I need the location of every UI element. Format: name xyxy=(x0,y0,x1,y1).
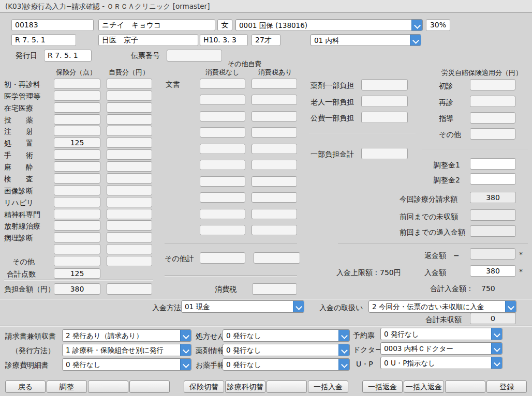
total-deposit-value: 750 xyxy=(481,284,495,293)
tax-free-header: 消費税なし xyxy=(205,68,240,77)
drug-partial-burden-label: 薬剤一部負担 xyxy=(311,81,354,90)
combo-dropdown-button[interactable] xyxy=(180,344,191,356)
prescription-select[interactable]: 0 発行なし xyxy=(223,329,350,342)
combo-dropdown-button[interactable] xyxy=(338,344,349,356)
insurance-switch-button[interactable]: 保険切替 xyxy=(184,380,224,393)
category-self-field xyxy=(107,185,152,195)
other-self-tax-incl-field xyxy=(252,176,297,187)
issue-date-input[interactable]: R 7. 5. 1 xyxy=(44,50,92,62)
category-self-field xyxy=(107,220,152,231)
register-button[interactable]: 登録 xyxy=(486,380,527,393)
category-self-field xyxy=(107,102,152,113)
blank-button[interactable] xyxy=(88,380,128,393)
category-self-field xyxy=(107,256,152,266)
medicine-notebook-select[interactable]: 0 発行なし xyxy=(223,358,350,371)
back-button[interactable]: 戻る xyxy=(5,380,46,393)
rosai-header: 労災自賠保険適用分（円） xyxy=(441,68,522,78)
chevron-down-icon xyxy=(414,22,421,29)
other-self-tax-incl-field xyxy=(252,209,297,219)
other-self-tax-incl-field xyxy=(252,192,297,203)
payment-method-select[interactable]: 01 現金 xyxy=(181,300,304,313)
divider xyxy=(338,243,528,243)
combo-dropdown-button[interactable] xyxy=(338,330,349,341)
combo-dropdown-button[interactable] xyxy=(293,301,304,312)
drug-partial-burden-field xyxy=(361,79,408,90)
blank-button[interactable] xyxy=(267,380,307,393)
doctor-select[interactable]: 0003 内科Ｃドクター xyxy=(380,342,503,355)
invoice-receipt-label: 請求書兼領収書 xyxy=(5,332,56,341)
adjust-button[interactable]: 調整 xyxy=(47,380,87,393)
rosai-guidance-label: 指導 xyxy=(439,114,453,124)
combo-dropdown-button[interactable] xyxy=(505,301,516,312)
adjustment1-label: 調整金1 xyxy=(434,161,460,170)
slip-number-input[interactable] xyxy=(167,50,222,62)
combo-dropdown-button[interactable] xyxy=(491,357,502,369)
other-self-tax-free-field xyxy=(200,225,245,235)
divider xyxy=(422,149,528,149)
combo-dropdown-button[interactable] xyxy=(180,359,191,370)
category-ins-field xyxy=(54,102,100,113)
chevron-down-icon xyxy=(295,303,302,310)
adjustment2-input[interactable] xyxy=(470,173,516,185)
adjustment2-label: 調整金2 xyxy=(434,176,460,185)
other-self-tax-free-field xyxy=(200,127,245,138)
other-self-tax-incl-field xyxy=(252,144,297,154)
reservation-slip-select[interactable]: 0 発行なし xyxy=(380,328,503,340)
category-self-field xyxy=(107,244,152,254)
rosai-revisit-field xyxy=(470,96,515,107)
other-self-tax-incl-field xyxy=(252,127,297,138)
public-partial-burden-label: 公費一部負担 xyxy=(311,114,354,123)
category-ins-field xyxy=(54,126,100,136)
refund-field xyxy=(470,248,515,260)
burden-amount-field: 380 xyxy=(54,283,100,295)
payment-handling-select[interactable]: 2 今回分・伝票の古い未収順に入金 xyxy=(368,300,516,313)
batch-refund-button[interactable]: 一括返金 xyxy=(362,380,403,393)
batch-deposit-button[interactable]: 一括入金 xyxy=(308,380,348,393)
category-label: 初・再診料 xyxy=(4,80,40,89)
prescription-label: 処方せん xyxy=(196,332,225,341)
previous-overpaid-field xyxy=(470,225,516,237)
deposit-input[interactable]: 380 xyxy=(470,265,516,277)
medicine-notebook-label: お薬手帳 xyxy=(196,361,225,370)
issue-date-label: 発行日 xyxy=(16,51,37,60)
invoice-receipt-value: 2 発行あり（請求あり） xyxy=(63,330,180,341)
chevron-down-icon xyxy=(412,37,419,44)
combo-dropdown-button[interactable] xyxy=(491,343,502,354)
chevron-down-icon xyxy=(183,347,189,354)
other-subtotal-tax-incl-field xyxy=(254,252,300,264)
medical-detail-select[interactable]: 0 発行なし xyxy=(62,358,191,371)
blank-button[interactable] xyxy=(129,380,170,393)
up-select[interactable]: 0 U・P指示なし xyxy=(380,357,503,369)
rosai-other-field xyxy=(470,128,515,140)
medical-detail-value: 0 発行なし xyxy=(63,359,180,370)
department-select-value: 01 内科 xyxy=(311,35,410,45)
deposit-asterisk: * xyxy=(519,267,523,276)
batch-deposit-refund-button[interactable]: 一括入返金 xyxy=(404,380,444,393)
category-ins-field xyxy=(54,149,100,160)
combo-dropdown-button[interactable] xyxy=(491,328,502,340)
category-self-field xyxy=(107,138,152,148)
adjustment1-input[interactable] xyxy=(470,158,516,170)
issue-method-select[interactable]: 1 診療科・保険組合せ別に発行 xyxy=(62,344,191,356)
other-self-tax-free-field xyxy=(200,79,245,89)
chevron-down-icon xyxy=(508,303,514,310)
combo-dropdown-button[interactable] xyxy=(410,35,421,45)
chevron-down-icon xyxy=(494,331,500,338)
combo-dropdown-button[interactable] xyxy=(338,359,349,370)
department-select[interactable]: 01 内科 xyxy=(311,34,421,46)
public-partial-burden-field xyxy=(361,112,408,123)
reservation-slip-value: 0 発行なし xyxy=(381,328,491,340)
burden-amount-label: 負担金額（円） xyxy=(4,285,55,294)
combo-dropdown-button[interactable] xyxy=(180,330,191,341)
invoice-receipt-select[interactable]: 2 発行あり（請求あり） xyxy=(62,329,191,342)
divider xyxy=(165,243,297,243)
insurance-select[interactable]: 0001 国保 (138016) xyxy=(235,19,423,31)
blank-button[interactable] xyxy=(445,380,485,393)
chevron-down-icon xyxy=(341,332,348,339)
payment-handling-value: 2 今回分・伝票の古い未収順に入金 xyxy=(369,301,505,312)
category-label: 精神科専門 xyxy=(4,210,40,220)
patient-name-field: 日医 京子 xyxy=(98,34,198,46)
drug-info-select[interactable]: 0 発行なし xyxy=(223,344,350,356)
department-switch-button[interactable]: 診療科切替 xyxy=(225,380,265,393)
combo-dropdown-button[interactable] xyxy=(411,20,422,31)
